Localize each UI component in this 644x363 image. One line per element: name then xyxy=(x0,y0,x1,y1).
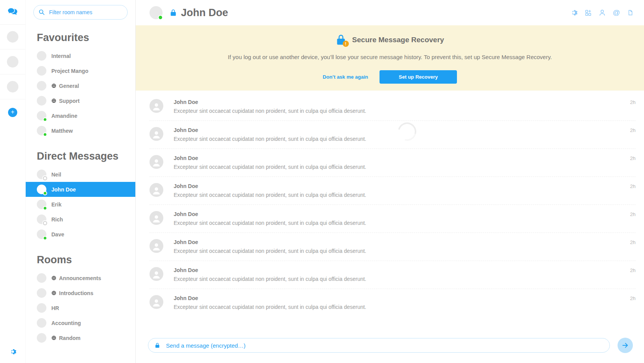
room-list-item[interactable]: Internal xyxy=(26,48,135,63)
left-rail: + xyxy=(0,0,26,363)
presence-dot xyxy=(43,117,47,122)
message-sender: John Doe xyxy=(174,155,366,161)
room-avatar xyxy=(37,126,46,135)
presence-dot xyxy=(43,206,47,210)
room-list-item[interactable]: Accounting xyxy=(26,315,135,330)
room-list-item[interactable]: Dave xyxy=(26,227,135,242)
presence-dot xyxy=(43,176,47,180)
room-avatar xyxy=(37,66,46,76)
message-body: John Doe Excepteur sint occaecat cupidat… xyxy=(174,295,366,310)
new-chat-plus-icon[interactable]: + xyxy=(8,108,17,117)
room-list-item[interactable]: Announcements xyxy=(26,271,135,285)
room-avatar xyxy=(37,111,46,120)
room-list-item[interactable]: HR xyxy=(26,300,135,315)
room-avatar xyxy=(37,81,46,91)
message-input[interactable] xyxy=(148,338,610,353)
app: + Favourites xyxy=(0,0,644,363)
files-icon[interactable] xyxy=(626,8,636,18)
room-avatar xyxy=(37,318,46,328)
room-list-item[interactable]: John Doe xyxy=(26,182,135,197)
rail-avatar-slot[interactable] xyxy=(0,25,25,50)
message-timestamp: 2h xyxy=(630,211,636,217)
message-timestamp: 2h xyxy=(630,99,636,105)
filter-room-input[interactable] xyxy=(33,5,128,20)
person-icon xyxy=(151,214,161,224)
message-row[interactable]: John Doe Excepteur sint occaecat cupidat… xyxy=(150,205,636,233)
room-filter xyxy=(33,5,128,20)
message-sender: John Doe xyxy=(174,239,366,245)
member-icon[interactable] xyxy=(597,8,607,18)
add-apps-icon[interactable] xyxy=(583,8,593,18)
person-icon xyxy=(151,130,161,140)
message-sender: John Doe xyxy=(174,99,366,105)
rail-avatar-slot[interactable] xyxy=(0,50,25,74)
room-list-item[interactable]: Erik xyxy=(26,197,135,212)
message-body: John Doe Excepteur sint occaecat cupidat… xyxy=(174,183,366,198)
room-list-item[interactable]: Amandine xyxy=(26,108,135,123)
room-list-item[interactable]: Introductions xyxy=(26,285,135,300)
section-title-rooms: Rooms xyxy=(37,254,135,266)
search-icon xyxy=(38,9,45,17)
message-sender: John Doe xyxy=(174,127,366,133)
room-list-item[interactable]: Neil xyxy=(26,167,135,182)
room-list-item[interactable]: Matthew xyxy=(26,123,135,138)
room-label: Erik xyxy=(51,201,61,208)
settings-icon[interactable] xyxy=(569,8,579,18)
room-label: Accounting xyxy=(51,320,81,326)
room-list-item[interactable]: General xyxy=(26,78,135,93)
rail-avatar-slot[interactable] xyxy=(0,74,25,99)
globe-icon xyxy=(51,98,56,103)
chat-panel: John Doe xyxy=(136,0,644,363)
person-icon xyxy=(151,158,161,168)
room-label: Introductions xyxy=(59,290,93,296)
header-actions: @ xyxy=(569,8,636,18)
message-timestamp: 2h xyxy=(630,239,636,245)
room-avatar xyxy=(37,96,46,106)
room-avatar xyxy=(37,333,46,343)
message-sender: John Doe xyxy=(174,295,366,301)
dismiss-link[interactable]: Don’t ask me again xyxy=(323,74,368,80)
person-icon xyxy=(151,242,161,252)
setup-recovery-button[interactable]: Set up Recovery xyxy=(380,70,457,84)
community-avatar[interactable] xyxy=(7,81,18,92)
room-list-item[interactable]: Rich xyxy=(26,212,135,227)
room-list-item[interactable]: Support xyxy=(26,93,135,108)
room-label: Announcements xyxy=(59,275,101,281)
room-label: Matthew xyxy=(51,128,73,134)
community-avatar[interactable] xyxy=(7,31,18,43)
message-row[interactable]: John Doe Excepteur sint occaecat cupidat… xyxy=(150,149,636,177)
message-row[interactable]: John Doe Excepteur sint occaecat cupidat… xyxy=(150,233,636,261)
settings-gear-icon[interactable] xyxy=(9,348,16,357)
message-text: Excepteur sint occaecat cupidatat non pr… xyxy=(174,108,366,114)
message-avatar xyxy=(150,155,163,169)
room-label: Amandine xyxy=(51,113,77,119)
room-avatar xyxy=(37,214,46,224)
room-label: Support xyxy=(59,98,80,104)
community-avatar[interactable] xyxy=(7,56,18,68)
message-sender: John Doe xyxy=(174,267,366,273)
message-text: Excepteur sint occaecat cupidatat non pr… xyxy=(174,304,366,310)
room-label: John Doe xyxy=(51,186,76,193)
message-row[interactable]: John Doe Excepteur sint occaecat cupidat… xyxy=(150,93,636,121)
mention-icon[interactable]: @ xyxy=(611,8,621,18)
message-text: Excepteur sint occaecat cupidatat non pr… xyxy=(174,248,366,254)
room-label: Rich xyxy=(51,216,63,223)
message-row[interactable]: John Doe Excepteur sint occaecat cupidat… xyxy=(150,261,636,289)
room-avatar xyxy=(37,303,46,313)
message-row[interactable]: John Doe Excepteur sint occaecat cupidat… xyxy=(150,289,636,317)
banner-actions: Don’t ask me again Set up Recovery xyxy=(323,70,457,84)
message-avatar xyxy=(150,99,163,113)
room-label: Project Mango xyxy=(51,68,88,74)
room-list-item[interactable]: Random xyxy=(26,330,135,345)
room-avatar xyxy=(37,229,46,239)
room-list-item[interactable]: Project Mango xyxy=(26,63,135,78)
message-body: John Doe Excepteur sint occaecat cupidat… xyxy=(174,99,366,114)
section-title-direct-messages: Direct Messages xyxy=(37,150,135,162)
message-list[interactable]: John Doe Excepteur sint occaecat cupidat… xyxy=(136,91,644,338)
message-row[interactable]: John Doe Excepteur sint occaecat cupidat… xyxy=(150,177,636,205)
message-body: John Doe Excepteur sint occaecat cupidat… xyxy=(174,239,366,254)
message-sender: John Doe xyxy=(174,211,366,217)
message-row[interactable]: John Doe Excepteur sint occaecat cupidat… xyxy=(150,121,636,149)
send-button[interactable] xyxy=(618,338,633,353)
chat-bubbles-icon xyxy=(7,7,18,17)
